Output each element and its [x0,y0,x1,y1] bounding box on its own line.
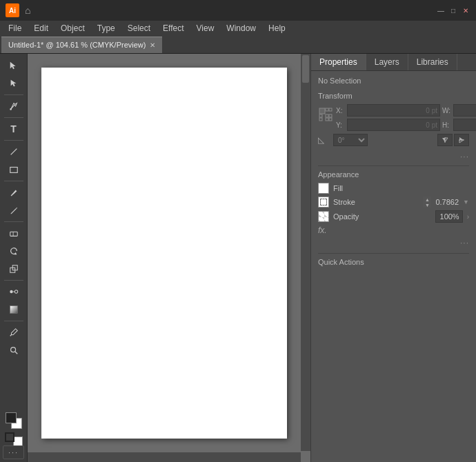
document-tab-close[interactable]: ✕ [150,41,155,49]
vertical-scrollbar[interactable] [301,54,310,451]
opacity-row: Opacity › [318,210,469,223]
svg-rect-21 [329,108,332,111]
transform-angle-row: ◺ 0° 45° 90° 180° [318,134,469,146]
flip-vertical-button[interactable] [454,134,469,146]
stroke-label: Stroke [333,198,419,206]
angle-select[interactable]: 0° 45° 90° 180° [333,134,368,146]
vertical-scrollbar-thumb[interactable] [302,55,309,83]
gradient-tool[interactable] [3,301,25,319]
eyedropper-tool[interactable] [3,323,25,341]
menu-window[interactable]: Window [221,22,261,34]
y-field-group: Y: [336,119,440,131]
svg-rect-13 [10,306,17,314]
w-label: W: [442,107,452,114]
expand-icon: ··· [8,448,19,456]
home-icon[interactable]: ⌂ [25,5,30,16]
quick-actions-title: Quick Actions [318,258,469,266]
tab-properties[interactable]: Properties [311,54,366,70]
tab-layers[interactable]: Layers [366,54,408,70]
tab-bar: Untitled-1* @ 104.61 % (CMYK/Preview) ✕ [0,36,476,54]
h-label: H: [442,121,452,129]
svg-rect-20 [326,114,328,117]
svg-point-10 [10,290,12,293]
appearance-more-options: ··· [318,238,469,248]
divider-2 [318,253,469,254]
document-tab-title: Untitled-1* @ 104.61 % (CMYK/Preview) [8,41,146,49]
menu-object[interactable]: Object [55,22,90,34]
separator-2 [4,117,23,118]
separator-4 [4,181,23,181]
x-input[interactable] [347,104,440,117]
document-tab[interactable]: Untitled-1* @ 104.61 % (CMYK/Preview) ✕ [1,37,162,53]
stroke-decrement-button[interactable]: ▼ [423,202,431,208]
fill-indicator[interactable] [13,436,23,446]
stroke-stepper[interactable]: ▲ ▼ [423,197,431,208]
panel-tabs: Properties Layers Libraries [311,54,476,71]
menu-effect[interactable]: Effect [157,22,189,34]
type-tool[interactable]: T [3,120,25,138]
svg-rect-24 [329,114,332,117]
paintbrush-tool[interactable] [3,183,25,201]
close-button[interactable]: ✕ [461,6,470,15]
transform-value-fields: X: W: Y: H: [336,104,476,131]
flip-horizontal-button[interactable] [437,134,453,146]
svg-marker-0 [10,62,15,70]
h-input[interactable] [453,119,476,131]
menu-view[interactable]: View [191,22,220,34]
w-input[interactable] [453,104,476,117]
toolbar-expand-button[interactable]: ··· [3,445,24,459]
artboard [41,68,287,439]
opacity-input[interactable] [435,210,463,223]
horizontal-scrollbar[interactable] [28,452,301,462]
eraser-tool[interactable] [3,224,25,242]
color-swatches[interactable] [3,411,25,430]
menu-select[interactable]: Select [122,22,156,34]
svg-point-2 [10,108,12,110]
stroke-value: 0.7862 [435,198,459,206]
zoom-tool[interactable] [3,341,25,359]
transform-fields-grid: X: W: Y: H: [318,104,469,131]
pencil-tool[interactable] [3,201,25,219]
selection-tool[interactable] [3,57,25,74]
svg-rect-19 [319,114,322,117]
menu-help[interactable]: Help [263,22,291,34]
y-input[interactable] [347,119,440,131]
menu-file[interactable]: File [3,22,27,34]
menu-bar: File Edit Object Type Select Effect View… [0,21,476,36]
direct-selection-tool[interactable] [3,74,25,92]
menu-edit[interactable]: Edit [28,22,54,34]
line-tool[interactable] [3,143,25,161]
appearance-more-dots[interactable]: ··· [460,238,469,248]
angle-icon: ◺ [318,135,330,145]
opacity-arrow-button[interactable]: › [467,213,469,221]
stroke-swatch[interactable] [318,197,329,208]
opacity-swatch[interactable] [318,211,329,222]
shape-tool[interactable] [3,161,25,179]
minimize-button[interactable]: — [436,6,446,15]
divider-1 [318,165,469,166]
stroke-indicator[interactable] [5,432,14,442]
fill-label: Fill [333,184,469,192]
transform-section-title: Transform [318,92,469,100]
canvas-area[interactable] [28,54,310,462]
blend-tool[interactable] [3,283,25,301]
menu-type[interactable]: Type [92,22,121,34]
scale-tool[interactable] [3,260,25,278]
stroke-dropdown-arrow[interactable]: ▼ [463,199,469,205]
svg-rect-17 [319,108,325,114]
rotate-tool[interactable] [3,242,25,260]
foreground-color-swatch[interactable] [6,412,17,423]
fill-swatch[interactable] [318,183,329,194]
pen-tool[interactable] [3,97,25,115]
fx-label[interactable]: fx. [318,225,327,235]
transform-more-dots[interactable]: ··· [460,152,469,161]
app-logo: Ai [6,3,19,17]
maximize-button[interactable]: □ [448,6,458,15]
svg-rect-25 [326,118,328,121]
separator-7 [4,321,23,321]
transform-section: Transform [318,92,469,146]
panel-content: No Selection Transform [311,71,476,462]
stroke-increment-button[interactable]: ▲ [423,197,431,202]
transform-reference-icon[interactable] [318,104,333,125]
tab-libraries[interactable]: Libraries [408,54,457,70]
